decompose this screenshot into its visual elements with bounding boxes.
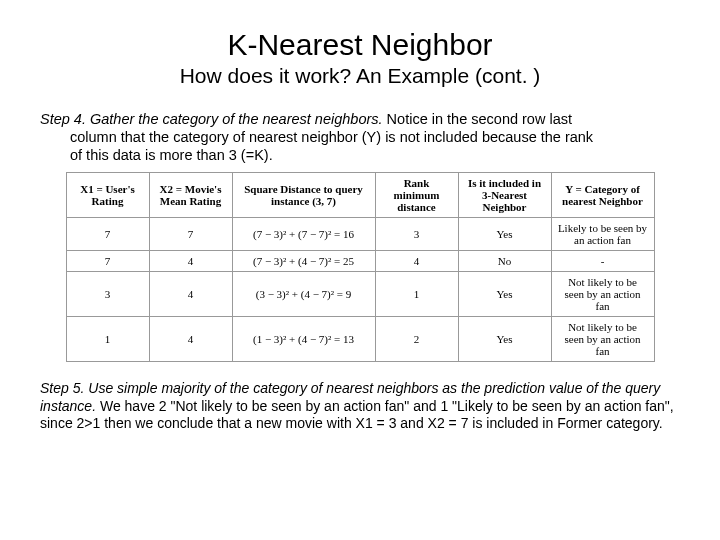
header-y: Y = Category of nearest Neighbor (551, 173, 654, 218)
cell-x2: 4 (149, 272, 232, 317)
cell-rank: 2 (375, 317, 458, 362)
header-inc: Is it included in 3-Nearest Neighbor (458, 173, 551, 218)
cell-x1: 7 (66, 218, 149, 251)
table-row: 7 7 (7 − 3)² + (7 − 7)² = 16 3 Yes Likel… (66, 218, 654, 251)
cell-sq: (7 − 3)² + (4 − 7)² = 25 (232, 251, 375, 272)
table-row: 1 4 (1 − 3)² + (4 − 7)² = 13 2 Yes Not l… (66, 317, 654, 362)
cell-y: Not likely to be seen by an action fan (551, 317, 654, 362)
cell-y: Not likely to be seen by an action fan (551, 272, 654, 317)
cell-y: Likely to be seen by an action fan (551, 218, 654, 251)
step4-lead: Gather the category of the nearest neigh… (86, 111, 383, 127)
cell-x1: 7 (66, 251, 149, 272)
cell-x2: 4 (149, 317, 232, 362)
table-row: 3 4 (3 − 3)² + (4 − 7)² = 9 1 Yes Not li… (66, 272, 654, 317)
cell-x1: 3 (66, 272, 149, 317)
step5-label: Step 5. (40, 380, 84, 396)
step5-text: Step 5. Use simple majority of the categ… (40, 380, 680, 433)
cell-sq: (3 − 3)² + (4 − 7)² = 9 (232, 272, 375, 317)
cell-rank: 1 (375, 272, 458, 317)
header-sq: Square Distance to query instance (3, 7) (232, 173, 375, 218)
header-x1: X1 = User's Rating (66, 173, 149, 218)
cell-inc: Yes (458, 317, 551, 362)
cell-y: - (551, 251, 654, 272)
cell-rank: 4 (375, 251, 458, 272)
cell-inc: Yes (458, 218, 551, 251)
knn-table: X1 = User's Rating X2 = Movie's Mean Rat… (66, 172, 655, 362)
cell-inc: Yes (458, 272, 551, 317)
cell-sq: (1 − 3)² + (4 − 7)² = 13 (232, 317, 375, 362)
step4-text: Step 4. Gather the category of the neare… (40, 110, 684, 164)
cell-x2: 4 (149, 251, 232, 272)
step4-label: Step 4. (40, 111, 86, 127)
page-subtitle: How does it work? An Example (cont. ) (36, 64, 684, 88)
step4-rest2: column that the category of nearest neig… (70, 129, 593, 145)
cell-x1: 1 (66, 317, 149, 362)
header-x2: X2 = Movie's Mean Rating (149, 173, 232, 218)
header-rank: Rank minimum distance (375, 173, 458, 218)
table-header-row: X1 = User's Rating X2 = Movie's Mean Rat… (66, 173, 654, 218)
step5-rest: We have 2 "Not likely to be seen by an a… (40, 398, 674, 432)
step4-rest3: of this data is more than 3 (=K). (70, 147, 273, 163)
cell-sq: (7 − 3)² + (7 − 7)² = 16 (232, 218, 375, 251)
page-title: K-Nearest Neighbor (36, 28, 684, 62)
step4-rest1: Notice in the second row last (383, 111, 572, 127)
table-row: 7 4 (7 − 3)² + (4 − 7)² = 25 4 No - (66, 251, 654, 272)
cell-x2: 7 (149, 218, 232, 251)
cell-rank: 3 (375, 218, 458, 251)
cell-inc: No (458, 251, 551, 272)
